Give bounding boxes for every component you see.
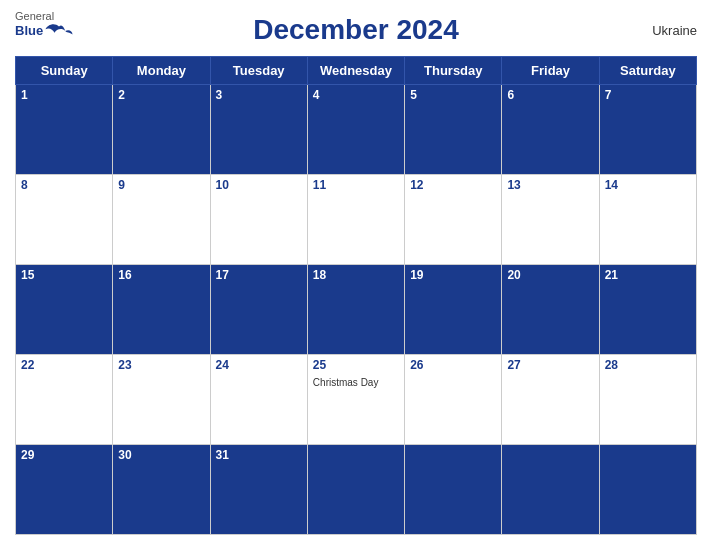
page-title: December 2024 bbox=[253, 14, 458, 46]
date-number: 20 bbox=[507, 268, 593, 282]
calendar-cell: 29 bbox=[16, 445, 113, 535]
date-number: 10 bbox=[216, 178, 302, 192]
calendar-cell: 26 bbox=[405, 355, 502, 445]
calendar-table: Sunday Monday Tuesday Wednesday Thursday… bbox=[15, 56, 697, 535]
calendar-cell: 11 bbox=[307, 175, 404, 265]
calendar-cell: 4 bbox=[307, 85, 404, 175]
header-tuesday: Tuesday bbox=[210, 57, 307, 85]
calendar-cell: 3 bbox=[210, 85, 307, 175]
date-number: 6 bbox=[507, 88, 593, 102]
logo-bird-icon bbox=[45, 22, 73, 40]
calendar-cell: 1 bbox=[16, 85, 113, 175]
date-number: 1 bbox=[21, 88, 107, 102]
header-wednesday: Wednesday bbox=[307, 57, 404, 85]
calendar-cell bbox=[599, 445, 696, 535]
date-number: 12 bbox=[410, 178, 496, 192]
date-number: 21 bbox=[605, 268, 691, 282]
calendar-cell: 22 bbox=[16, 355, 113, 445]
calendar-cell: 15 bbox=[16, 265, 113, 355]
date-number: 26 bbox=[410, 358, 496, 372]
calendar-cell bbox=[405, 445, 502, 535]
date-number: 24 bbox=[216, 358, 302, 372]
calendar-cell: 6 bbox=[502, 85, 599, 175]
header-friday: Friday bbox=[502, 57, 599, 85]
date-number: 4 bbox=[313, 88, 399, 102]
calendar-cell: 31 bbox=[210, 445, 307, 535]
date-number: 5 bbox=[410, 88, 496, 102]
calendar-cell: 14 bbox=[599, 175, 696, 265]
week-row-4: 22232425Christmas Day262728 bbox=[16, 355, 697, 445]
header-monday: Monday bbox=[113, 57, 210, 85]
date-number: 22 bbox=[21, 358, 107, 372]
calendar-cell: 7 bbox=[599, 85, 696, 175]
calendar-cell: 19 bbox=[405, 265, 502, 355]
calendar-cell: 13 bbox=[502, 175, 599, 265]
calendar-cell: 23 bbox=[113, 355, 210, 445]
date-number: 25 bbox=[313, 358, 399, 372]
week-row-2: 891011121314 bbox=[16, 175, 697, 265]
calendar-cell: 21 bbox=[599, 265, 696, 355]
calendar-cell: 27 bbox=[502, 355, 599, 445]
date-number: 7 bbox=[605, 88, 691, 102]
calendar-cell: 24 bbox=[210, 355, 307, 445]
date-number: 30 bbox=[118, 448, 204, 462]
calendar-cell: 2 bbox=[113, 85, 210, 175]
logo-blue: Blue bbox=[15, 24, 43, 38]
date-number: 29 bbox=[21, 448, 107, 462]
logo-general: General bbox=[15, 10, 73, 22]
date-number: 28 bbox=[605, 358, 691, 372]
date-number: 16 bbox=[118, 268, 204, 282]
date-number: 19 bbox=[410, 268, 496, 282]
date-number: 8 bbox=[21, 178, 107, 192]
calendar-cell: 17 bbox=[210, 265, 307, 355]
calendar-cell: 18 bbox=[307, 265, 404, 355]
calendar-cell: 20 bbox=[502, 265, 599, 355]
calendar-cell: 28 bbox=[599, 355, 696, 445]
week-row-1: 1234567 bbox=[16, 85, 697, 175]
date-number: 13 bbox=[507, 178, 593, 192]
date-number: 11 bbox=[313, 178, 399, 192]
calendar-cell: 5 bbox=[405, 85, 502, 175]
date-number: 17 bbox=[216, 268, 302, 282]
calendar-cell: 9 bbox=[113, 175, 210, 265]
date-number: 18 bbox=[313, 268, 399, 282]
week-row-5: 293031 bbox=[16, 445, 697, 535]
date-number: 27 bbox=[507, 358, 593, 372]
header-saturday: Saturday bbox=[599, 57, 696, 85]
logo: General Blue bbox=[15, 10, 73, 40]
date-number: 15 bbox=[21, 268, 107, 282]
calendar-cell: 16 bbox=[113, 265, 210, 355]
header-sunday: Sunday bbox=[16, 57, 113, 85]
date-number: 31 bbox=[216, 448, 302, 462]
calendar-cell: 8 bbox=[16, 175, 113, 265]
date-number: 2 bbox=[118, 88, 204, 102]
header-thursday: Thursday bbox=[405, 57, 502, 85]
date-number: 3 bbox=[216, 88, 302, 102]
calendar-cell: 10 bbox=[210, 175, 307, 265]
calendar-cell: 25Christmas Day bbox=[307, 355, 404, 445]
week-row-3: 15161718192021 bbox=[16, 265, 697, 355]
calendar-cell bbox=[307, 445, 404, 535]
date-number: 14 bbox=[605, 178, 691, 192]
calendar-cell bbox=[502, 445, 599, 535]
date-number: 9 bbox=[118, 178, 204, 192]
day-header-row: Sunday Monday Tuesday Wednesday Thursday… bbox=[16, 57, 697, 85]
country-label: Ukraine bbox=[652, 23, 697, 38]
date-number: 23 bbox=[118, 358, 204, 372]
calendar-cell: 12 bbox=[405, 175, 502, 265]
event-label: Christmas Day bbox=[313, 377, 379, 388]
calendar-cell: 30 bbox=[113, 445, 210, 535]
calendar-header: General Blue December 2024 Ukraine bbox=[15, 10, 697, 50]
